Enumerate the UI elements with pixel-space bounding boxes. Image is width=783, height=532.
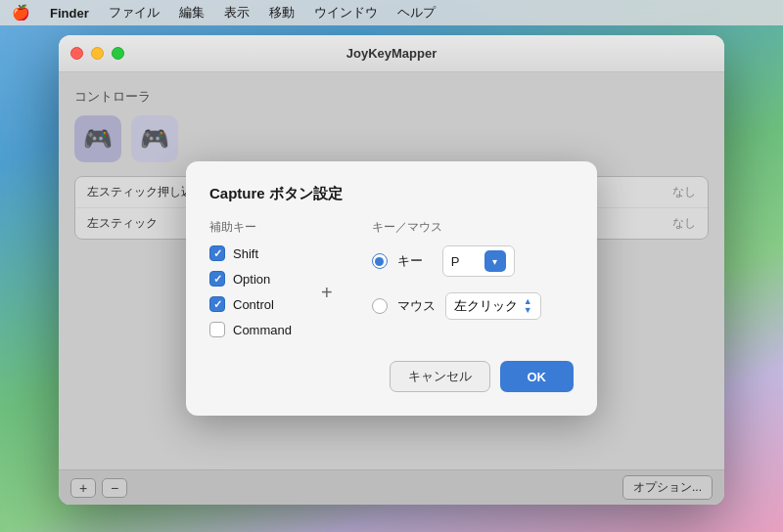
menu-go[interactable]: 移動: [269, 4, 295, 22]
modifier-control[interactable]: Control: [209, 296, 292, 312]
app-content: コントローラ 🎮 🎮 左スティック押し込み なし 左スティック なし +: [59, 72, 724, 505]
minimize-button[interactable]: [91, 47, 104, 60]
title-bar: JoyKeyMapper: [59, 35, 724, 72]
modifier-list: Shift Option Control: [209, 245, 292, 337]
menu-help[interactable]: ヘルプ: [397, 4, 436, 22]
ok-button[interactable]: OK: [500, 361, 575, 392]
key-radio-button[interactable]: [372, 253, 388, 269]
control-label: Control: [233, 297, 274, 312]
modifier-option[interactable]: Option: [209, 271, 292, 287]
modifier-command[interactable]: Command: [209, 322, 292, 337]
mouse-radio-row: マウス 左クリック ▲ ▼: [372, 292, 574, 320]
key-select-value: P: [451, 254, 479, 269]
key-mouse-header: キー／マウス: [372, 219, 574, 236]
plus-icon: +: [321, 219, 343, 337]
control-checkbox[interactable]: [209, 296, 225, 312]
dialog-title: Capture ボタン設定: [209, 185, 574, 203]
modifier-section: 補助キー Shift Option: [209, 219, 292, 337]
key-mouse-section: キー／マウス キー P ▾: [372, 219, 574, 337]
dialog-buttons: キャンセル OK: [209, 361, 574, 392]
modifier-shift[interactable]: Shift: [209, 245, 292, 261]
menu-window[interactable]: ウインドウ: [314, 4, 378, 22]
mouse-select[interactable]: 左クリック ▲ ▼: [445, 292, 541, 320]
option-checkbox[interactable]: [209, 271, 225, 287]
mouse-updown-arrows[interactable]: ▲ ▼: [524, 297, 532, 315]
app-window: JoyKeyMapper コントローラ 🎮 🎮 左スティック押し込み なし 左ス…: [59, 35, 724, 505]
command-checkbox[interactable]: [209, 322, 225, 337]
menubar: 🍎 Finder ファイル 編集 表示 移動 ウインドウ ヘルプ: [0, 0, 783, 25]
mouse-radio-label: マウス: [397, 297, 436, 315]
command-label: Command: [233, 323, 292, 337]
window-title: JoyKeyMapper: [346, 46, 437, 61]
cancel-button[interactable]: キャンセル: [390, 361, 490, 392]
modifier-section-header: 補助キー: [209, 219, 292, 236]
maximize-button[interactable]: [112, 47, 124, 60]
key-select[interactable]: P ▾: [442, 245, 515, 277]
menu-file[interactable]: ファイル: [109, 4, 160, 22]
modal-overlay: Capture ボタン設定 補助キー Shift: [59, 72, 724, 505]
desktop: 🍎 Finder ファイル 編集 表示 移動 ウインドウ ヘルプ JoyKeyM…: [0, 0, 783, 532]
dialog: Capture ボタン設定 補助キー Shift: [186, 161, 597, 416]
dialog-body: 補助キー Shift Option: [209, 219, 574, 337]
mouse-radio-button[interactable]: [372, 298, 388, 314]
shift-checkbox[interactable]: [209, 245, 225, 261]
key-radio-row: キー P ▾: [372, 245, 574, 277]
menu-finder[interactable]: Finder: [50, 6, 89, 21]
option-label: Option: [233, 272, 270, 287]
close-button[interactable]: [70, 47, 83, 60]
key-radio-label: キー: [397, 252, 433, 270]
mouse-select-value: 左クリック: [454, 297, 518, 315]
apple-menu[interactable]: 🍎: [12, 4, 30, 22]
shift-label: Shift: [233, 246, 258, 261]
key-select-arrow[interactable]: ▾: [484, 250, 506, 272]
window-controls: [70, 47, 124, 60]
menu-edit[interactable]: 編集: [179, 4, 205, 22]
menu-view[interactable]: 表示: [224, 4, 250, 22]
